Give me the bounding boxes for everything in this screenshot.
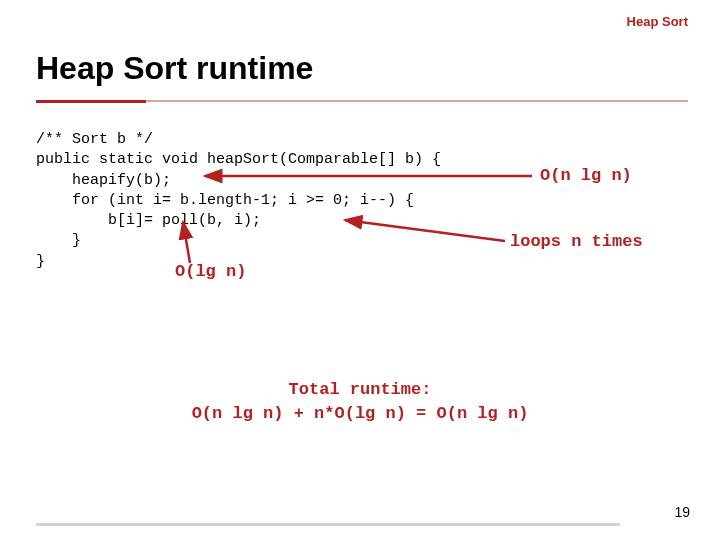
code-line: public static void heapSort(Comparable[]… (36, 151, 441, 168)
code-line: /** Sort b */ (36, 131, 153, 148)
code-line: for (int i= b.length-1; i >= 0; i--) { (36, 192, 414, 209)
slide-title: Heap Sort runtime (36, 50, 313, 87)
annotation-poll-complexity: O(lg n) (175, 262, 246, 281)
footer-rule (36, 523, 620, 526)
total-label: Total runtime: (0, 378, 720, 402)
code-line: } (36, 253, 45, 270)
page-number: 19 (674, 504, 690, 520)
total-equation: O(n lg n) + n*O(lg n) = O(n lg n) (0, 402, 720, 426)
annotation-heapify-complexity: O(n lg n) (540, 166, 632, 185)
code-line: heapify(b); (36, 172, 171, 189)
total-runtime-block: Total runtime: O(n lg n) + n*O(lg n) = O… (0, 378, 720, 426)
title-rule (36, 100, 688, 104)
code-line: b[i]= poll(b, i); (36, 212, 261, 229)
header-label: Heap Sort (627, 14, 688, 29)
code-line: } (36, 232, 81, 249)
annotation-loop-count: loops n times (510, 232, 643, 251)
